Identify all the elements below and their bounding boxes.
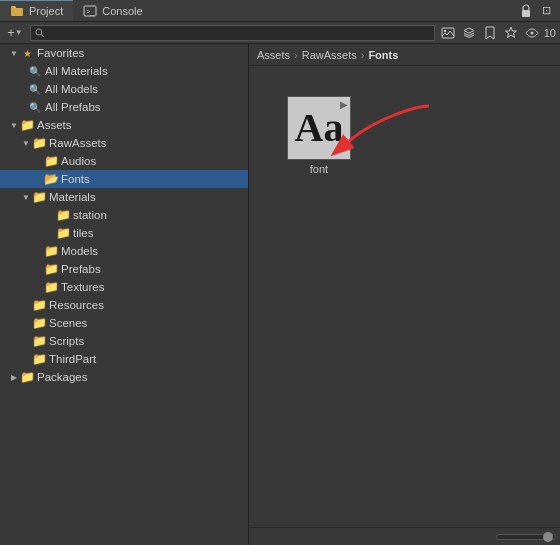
prefabs-folder-icon: 📁 <box>44 262 58 276</box>
svg-rect-4 <box>522 10 530 17</box>
search-prefabs-icon: 🔍 <box>28 100 42 114</box>
prefabs-label: Prefabs <box>61 263 101 275</box>
tree-all-models[interactable]: 🔍 All Models <box>0 80 248 98</box>
tree-assets[interactable]: ▼ 📁 Assets <box>0 116 248 134</box>
search-materials-icon: 🔍 <box>28 64 42 78</box>
tree-prefabs[interactable]: ▶ 📁 Prefabs <box>0 260 248 278</box>
station-label: station <box>73 209 107 221</box>
font-letters: Aa <box>295 108 344 148</box>
tree-resources[interactable]: ▶ 📁 Resources <box>0 296 248 314</box>
tree-all-materials[interactable]: 🔍 All Materials <box>0 62 248 80</box>
favorites-star-icon: ★ <box>20 46 34 60</box>
tree-audios[interactable]: ▶ 📁 Audios <box>0 152 248 170</box>
right-panel: Assets › RawAssets › Fonts Aa ▶ font <box>249 44 560 545</box>
tree-station[interactable]: ▶ 📁 station <box>0 206 248 224</box>
maximize-icon[interactable]: ⊡ <box>538 3 554 19</box>
fonts-label: Fonts <box>61 173 90 185</box>
content-area: Aa ▶ font <box>249 66 560 527</box>
tab-bar-right: ⊡ <box>518 3 560 19</box>
favorites-arrow: ▼ <box>8 47 20 59</box>
scenes-label: Scenes <box>49 317 87 329</box>
layers-icon[interactable] <box>460 24 478 42</box>
resources-folder-icon: 📁 <box>32 298 46 312</box>
packages-folder-icon: 📁 <box>20 370 34 384</box>
assets-arrow: ▼ <box>8 119 20 131</box>
all-materials-label: All Materials <box>45 65 108 77</box>
tree-tiles[interactable]: ▶ 📁 tiles <box>0 224 248 242</box>
tree-scenes[interactable]: ▶ 📁 Scenes <box>0 314 248 332</box>
breadcrumb-rawassets[interactable]: RawAssets <box>302 49 357 61</box>
rawassets-label: RawAssets <box>49 137 107 149</box>
main-area: ▼ ★ Favorites 🔍 All Materials 🔍 All Mode… <box>0 44 560 545</box>
audios-label: Audios <box>61 155 96 167</box>
search-box[interactable] <box>30 25 435 41</box>
bookmark-icon[interactable] <box>481 24 499 42</box>
tree-packages[interactable]: ▶ 📁 Packages <box>0 368 248 386</box>
font-play-icon: ▶ <box>340 99 348 110</box>
materials-arrow: ▼ <box>20 191 32 203</box>
visibility-icon[interactable] <box>523 24 541 42</box>
resources-label: Resources <box>49 299 104 311</box>
textures-folder-icon: 📁 <box>44 280 58 294</box>
tree-materials[interactable]: ▼ 📁 Materials <box>0 188 248 206</box>
tiles-label: tiles <box>73 227 93 239</box>
packages-arrow: ▶ <box>8 371 20 383</box>
tree-textures[interactable]: ▶ 📁 Textures <box>0 278 248 296</box>
models-label: Models <box>61 245 98 257</box>
add-dropdown-arrow: ▼ <box>15 28 23 37</box>
station-folder-icon: 📁 <box>56 208 70 222</box>
all-models-label: All Models <box>45 83 98 95</box>
materials-folder-icon: 📁 <box>32 190 46 204</box>
font-asset[interactable]: Aa ▶ font <box>279 96 359 175</box>
tree-thirdpart[interactable]: ▶ 📁 ThirdPart <box>0 350 248 368</box>
favorites-label: Favorites <box>37 47 84 59</box>
tree-all-prefabs[interactable]: 🔍 All Prefabs <box>0 98 248 116</box>
scripts-label: Scripts <box>49 335 84 347</box>
audios-folder-icon: 📁 <box>44 154 58 168</box>
assets-folder-icon: 📁 <box>20 118 34 132</box>
tree-rawassets[interactable]: ▼ 📁 RawAssets <box>0 134 248 152</box>
fonts-folder-icon: 📂 <box>44 172 58 186</box>
tree-favorites[interactable]: ▼ ★ Favorites <box>0 44 248 62</box>
search-input[interactable] <box>48 27 430 39</box>
search-icon <box>35 28 45 38</box>
tab-console[interactable]: >_ Console <box>73 0 152 21</box>
rawassets-folder-icon: 📁 <box>32 136 46 150</box>
add-button[interactable]: + ▼ <box>4 24 26 42</box>
font-asset-label: font <box>310 163 328 175</box>
svg-line-6 <box>41 34 43 36</box>
tree-models[interactable]: ▶ 📁 Models <box>0 242 248 260</box>
tree-fonts[interactable]: ▶ 📂 Fonts <box>0 170 248 188</box>
breadcrumb: Assets › RawAssets › Fonts <box>249 44 560 66</box>
font-thumbnail: Aa ▶ <box>287 96 351 160</box>
tab-project-label: Project <box>29 5 63 17</box>
rawassets-arrow: ▼ <box>20 137 32 149</box>
assets-label: Assets <box>37 119 72 131</box>
zoom-slider[interactable] <box>496 534 556 540</box>
left-panel: ▼ ★ Favorites 🔍 All Materials 🔍 All Mode… <box>0 44 249 545</box>
toolbar-icons: 10 <box>439 24 556 42</box>
scenes-folder-icon: 📁 <box>32 316 46 330</box>
tree-scripts[interactable]: ▶ 📁 Scripts <box>0 332 248 350</box>
image-icon[interactable] <box>439 24 457 42</box>
lock-icon[interactable] <box>518 3 534 19</box>
zoom-slider-thumb[interactable] <box>543 532 553 542</box>
svg-point-8 <box>444 29 446 31</box>
thirdpart-label: ThirdPart <box>49 353 96 365</box>
tab-bar: Project >_ Console ⊡ <box>0 0 560 22</box>
star-icon[interactable] <box>502 24 520 42</box>
svg-rect-1 <box>11 6 16 9</box>
toolbar: + ▼ <box>0 22 560 44</box>
breadcrumb-sep-2: › <box>361 49 365 61</box>
materials-label: Materials <box>49 191 96 203</box>
tab-project[interactable]: Project <box>0 0 73 21</box>
svg-point-5 <box>36 29 42 35</box>
visibility-count: 10 <box>544 27 556 39</box>
tiles-folder-icon: 📁 <box>56 226 70 240</box>
all-prefabs-label: All Prefabs <box>45 101 101 113</box>
textures-label: Textures <box>61 281 104 293</box>
thirdpart-folder-icon: 📁 <box>32 352 46 366</box>
breadcrumb-fonts: Fonts <box>368 49 398 61</box>
breadcrumb-sep-1: › <box>294 49 298 61</box>
breadcrumb-assets[interactable]: Assets <box>257 49 290 61</box>
